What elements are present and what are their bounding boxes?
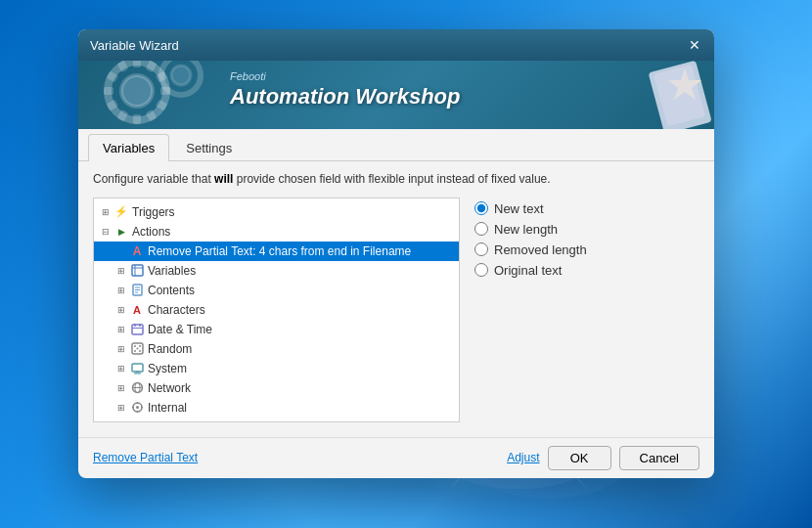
svg-point-37	[136, 348, 138, 350]
tree-item-internal[interactable]: ⊞ Internal	[94, 398, 459, 418]
system-label: System	[148, 362, 187, 375]
date-time-icon	[129, 322, 145, 337]
svg-rect-15	[104, 87, 113, 95]
svg-rect-21	[132, 265, 143, 276]
svg-rect-28	[132, 325, 143, 334]
svg-point-36	[139, 350, 141, 352]
banner-title: Automation Workshop	[230, 84, 460, 110]
svg-point-3	[121, 75, 153, 107]
tree-toggle-triggers[interactable]: ⊞	[98, 204, 113, 220]
description-text: Configure variable that will provide cho…	[93, 171, 699, 188]
original-text-label: Original text	[494, 263, 562, 278]
remove-partial-text-label: Remove Partial Text: 4 chars from end in…	[148, 244, 411, 258]
random-icon	[129, 341, 145, 357]
svg-point-47	[136, 406, 139, 409]
option-original-text[interactable]: Original text	[474, 263, 699, 278]
tree-toggle-characters[interactable]: ⊞	[113, 302, 129, 318]
tree-item-random[interactable]: ⊞ Random	[94, 339, 459, 359]
tree-toggle-network[interactable]: ⊞	[113, 380, 129, 396]
banner: Febooti Automation Workshop	[78, 61, 714, 129]
dialog-title: Variable Wizard	[90, 38, 179, 53]
triggers-icon: ⚡	[113, 204, 129, 220]
tree-toggle-date-time[interactable]: ⊞	[113, 322, 129, 337]
tree-item-triggers[interactable]: ⊞ ⚡ Triggers	[94, 202, 459, 222]
tree-item-network[interactable]: ⊞ Network	[94, 378, 459, 398]
tree-toggle-actions[interactable]: ⊟	[98, 224, 113, 240]
ok-button[interactable]: OK	[548, 446, 611, 470]
radio-removed-length[interactable]	[474, 242, 488, 256]
removed-length-label: Removed length	[494, 242, 587, 257]
tabs-bar: Variables Settings	[78, 129, 714, 161]
svg-rect-6	[133, 61, 141, 67]
option-removed-length[interactable]: Removed length	[474, 242, 699, 257]
characters-icon: A	[129, 302, 145, 318]
network-label: Network	[148, 381, 191, 395]
svg-point-33	[134, 345, 136, 347]
radio-original-text[interactable]	[474, 263, 488, 277]
random-label: Random	[148, 342, 192, 356]
cancel-button[interactable]: Cancel	[619, 446, 699, 470]
internal-label: Internal	[148, 401, 187, 415]
tree-item-actions[interactable]: ⊟ ▶ Actions	[94, 222, 459, 242]
new-length-label: New length	[494, 222, 558, 237]
tab-settings[interactable]: Settings	[171, 134, 247, 161]
footer-link[interactable]: Remove Partial Text	[93, 451, 198, 464]
svg-point-34	[139, 345, 141, 347]
option-new-text[interactable]: New text	[474, 201, 699, 216]
tree-toggle-system[interactable]: ⊞	[113, 361, 129, 376]
network-icon	[129, 380, 145, 396]
variables-label: Variables	[148, 264, 196, 278]
remove-partial-text-icon: A	[129, 243, 145, 259]
tree-toggle-internal[interactable]: ⊞	[113, 400, 129, 416]
actions-label: Actions	[132, 225, 170, 239]
svg-rect-12	[133, 114, 141, 124]
tree-panel[interactable]: ⊞ ⚡ Triggers ⊟ ▶ Actions A Remove Partia…	[93, 198, 460, 422]
date-time-label: Date & Time	[148, 323, 212, 336]
tree-toggle-random[interactable]: ⊞	[113, 341, 129, 357]
footer: Remove Partial Text Adjust OK Cancel	[78, 437, 714, 478]
triggers-label: Triggers	[132, 205, 175, 219]
variable-wizard-dialog: Variable Wizard ✕ Febooti Auto	[78, 29, 714, 478]
tree-item-date-time[interactable]: ⊞ Date & Time	[94, 320, 459, 339]
contents-label: Contents	[148, 284, 195, 297]
tree-item-system[interactable]: ⊞ System	[94, 359, 459, 378]
content-area: Configure variable that will provide cho…	[78, 161, 714, 432]
tree-item-variables[interactable]: ⊞ Variables	[94, 261, 459, 281]
svg-rect-38	[132, 364, 143, 372]
actions-icon: ▶	[113, 224, 129, 240]
svg-point-5	[171, 66, 191, 85]
svg-rect-9	[160, 87, 170, 95]
tab-variables[interactable]: Variables	[88, 134, 169, 161]
close-button[interactable]: ✕	[683, 33, 706, 57]
tree-item-remove-partial-text[interactable]: A Remove Partial Text: 4 chars from end …	[94, 242, 459, 261]
main-panel: ⊞ ⚡ Triggers ⊟ ▶ Actions A Remove Partia…	[93, 198, 699, 422]
variables-icon	[129, 263, 145, 279]
title-bar: Variable Wizard ✕	[78, 29, 714, 61]
footer-buttons: Adjust OK Cancel	[507, 446, 699, 470]
new-text-label: New text	[494, 201, 544, 216]
tree-item-contents[interactable]: ⊞ Contents	[94, 281, 459, 300]
tree-toggle-variables[interactable]: ⊞	[113, 263, 129, 279]
system-icon	[129, 361, 145, 376]
pencil-decoration	[597, 61, 714, 129]
radio-new-text[interactable]	[474, 201, 488, 215]
characters-label: Characters	[148, 303, 205, 317]
tree-toggle-contents[interactable]: ⊞	[113, 283, 129, 298]
brand-name: Febooti	[230, 70, 460, 82]
internal-icon	[129, 400, 145, 416]
option-new-length[interactable]: New length	[474, 222, 699, 237]
tree-item-characters[interactable]: ⊞ A Characters	[94, 300, 459, 320]
svg-point-35	[134, 350, 136, 352]
radio-new-length[interactable]	[474, 222, 488, 236]
contents-icon	[129, 283, 145, 298]
gear-decoration	[78, 61, 230, 126]
adjust-button[interactable]: Adjust	[507, 451, 539, 464]
options-panel: New text New length Removed length Origi…	[474, 198, 699, 422]
